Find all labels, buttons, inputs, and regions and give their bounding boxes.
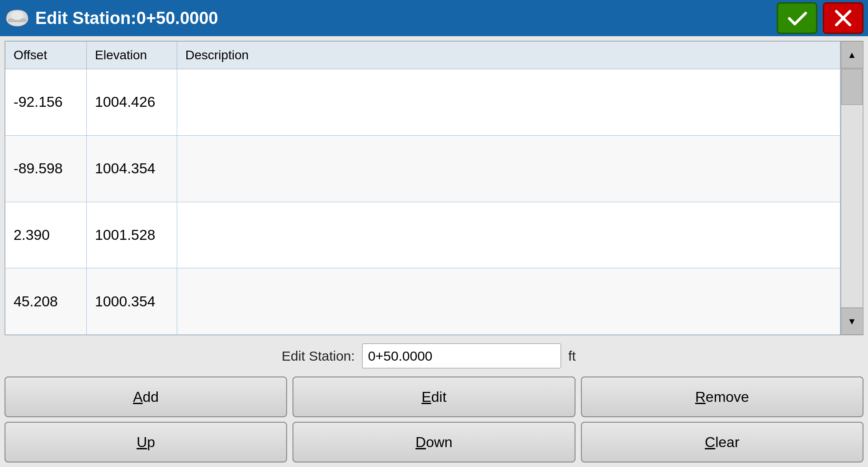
data-table-container: Offset Elevation Description -92.1561004… <box>5 41 863 335</box>
edit-station-unit: ft <box>568 348 586 364</box>
cell-elevation: 1004.426 <box>87 69 177 136</box>
edit-station-input[interactable] <box>362 343 561 368</box>
col-header-elevation: Elevation <box>87 42 177 69</box>
button-row-1: Add Edit Remove <box>5 376 863 417</box>
title-bar: Edit Station:0+50.0000 <box>0 0 868 36</box>
scroll-thumb[interactable] <box>841 69 863 105</box>
table-header-row: Offset Elevation Description <box>5 42 840 69</box>
table-wrapper: Offset Elevation Description -92.1561004… <box>5 41 840 335</box>
scroll-track <box>841 68 863 308</box>
cell-description <box>177 69 840 136</box>
cell-description <box>177 135 840 202</box>
edit-button[interactable]: Edit <box>292 376 575 417</box>
add-button[interactable]: Add <box>5 376 287 417</box>
window-title: Edit Station:0+50.0000 <box>35 9 771 28</box>
main-content: Offset Elevation Description -92.1561004… <box>0 36 868 467</box>
cell-elevation: 1004.354 <box>87 135 177 202</box>
cell-offset: 2.390 <box>5 202 87 268</box>
data-table: Offset Elevation Description -92.1561004… <box>5 41 840 335</box>
col-header-description: Description <box>177 42 840 69</box>
table-row[interactable]: 2.3901001.528 <box>5 202 840 268</box>
scroll-down-button[interactable]: ▼ <box>841 308 863 335</box>
svg-point-2 <box>11 11 24 20</box>
cell-offset: -92.156 <box>5 69 87 136</box>
confirm-button[interactable] <box>777 2 817 34</box>
col-header-offset: Offset <box>5 42 87 69</box>
remove-button[interactable]: Remove <box>581 376 863 417</box>
cancel-button[interactable] <box>823 2 863 34</box>
scroll-up-button[interactable]: ▲ <box>841 41 863 68</box>
cell-offset: 45.208 <box>5 268 87 335</box>
table-row[interactable]: -89.5981004.354 <box>5 135 840 202</box>
cell-description <box>177 202 840 268</box>
clear-button[interactable]: Clear <box>581 422 863 462</box>
up-button[interactable]: Up <box>5 422 287 462</box>
button-row-2: Up Down Clear <box>5 422 863 462</box>
cell-description <box>177 268 840 335</box>
scroll-up-icon: ▲ <box>848 50 857 60</box>
scrollbar: ▲ ▼ <box>840 41 863 335</box>
scroll-down-icon: ▼ <box>848 316 857 327</box>
edit-station-label: Edit Station: <box>282 348 355 364</box>
cell-elevation: 1000.354 <box>87 268 177 335</box>
cell-offset: -89.598 <box>5 135 87 202</box>
cell-elevation: 1001.528 <box>87 202 177 268</box>
table-row[interactable]: -92.1561004.426 <box>5 69 840 136</box>
down-button[interactable]: Down <box>292 422 575 462</box>
app-icon <box>5 5 30 31</box>
table-row[interactable]: 45.2081000.354 <box>5 268 840 335</box>
edit-station-row: Edit Station: ft <box>5 340 863 372</box>
